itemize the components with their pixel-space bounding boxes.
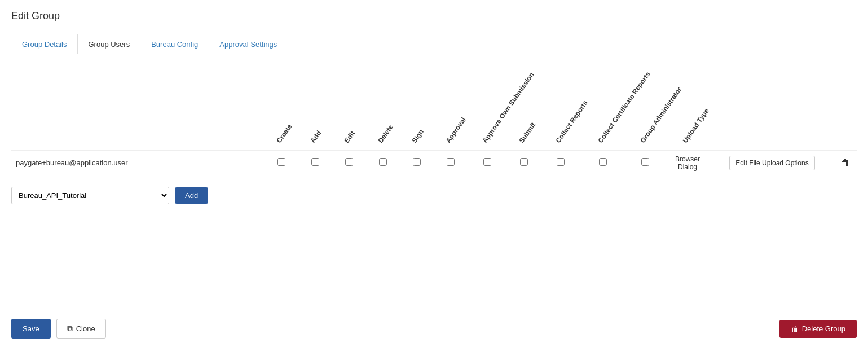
clone-icon: ⧉ xyxy=(67,324,73,333)
col-approve-own-header: Approve Own Submission xyxy=(468,65,507,150)
page-title: Edit Group xyxy=(11,10,857,22)
edit-upload-options-cell: Edit File Upload Options xyxy=(710,150,834,175)
checkbox-approval[interactable] xyxy=(434,150,468,175)
checkbox-delete[interactable] xyxy=(366,150,400,175)
collect-reports-checkbox[interactable] xyxy=(557,158,565,166)
checkbox-approve-own[interactable] xyxy=(468,150,507,175)
submit-checkbox[interactable] xyxy=(520,158,528,166)
edit-file-upload-button[interactable]: Edit File Upload Options xyxy=(729,156,814,170)
approve-own-checkbox[interactable] xyxy=(483,158,491,166)
add-user-row: Bureau_API_Tutorial Add xyxy=(11,187,857,204)
add-checkbox[interactable] xyxy=(311,158,319,166)
checkbox-submit[interactable] xyxy=(507,150,541,175)
sign-checkbox[interactable] xyxy=(413,158,421,166)
delete-checkbox[interactable] xyxy=(379,158,387,166)
checkbox-collect-reports[interactable] xyxy=(541,150,580,175)
checkbox-collect-cert[interactable] xyxy=(580,150,625,175)
tab-approval-settings[interactable]: Approval Settings xyxy=(209,34,288,54)
create-checkbox[interactable] xyxy=(277,158,285,166)
content-area: Create Add Edit Delete Sign Ap xyxy=(0,54,868,216)
table-container: Create Add Edit Delete Sign Ap xyxy=(11,65,857,175)
col-edit-header: Edit xyxy=(332,65,366,150)
delete-user-cell: 🗑 xyxy=(834,150,857,175)
col-delete-header: Delete xyxy=(366,65,400,150)
footer-left: Save ⧉ Clone xyxy=(11,319,106,339)
tab-bureau-config[interactable]: Bureau Config xyxy=(140,34,209,54)
checkbox-edit[interactable] xyxy=(332,150,366,175)
col-collect-cert-header: Collect Certificate Reports xyxy=(580,65,625,150)
checkbox-sign[interactable] xyxy=(400,150,434,175)
add-user-button[interactable]: Add xyxy=(175,187,208,204)
tab-group-users[interactable]: Group Users xyxy=(77,34,140,54)
col-submit-header: Submit xyxy=(507,65,541,150)
clone-button[interactable]: ⧉ Clone xyxy=(56,319,106,339)
col-actions-header xyxy=(710,65,834,150)
clone-label: Clone xyxy=(76,324,95,333)
edit-checkbox[interactable] xyxy=(345,158,353,166)
approval-checkbox[interactable] xyxy=(447,158,455,166)
users-table: Create Add Edit Delete Sign Ap xyxy=(11,65,857,175)
upload-type-value: Browser Dialog xyxy=(665,150,710,175)
delete-group-label: Delete Group xyxy=(802,324,845,333)
checkbox-group-admin[interactable] xyxy=(625,150,665,175)
col-group-admin-header: Group Administrator xyxy=(625,65,665,150)
save-button[interactable]: Save xyxy=(11,319,51,339)
checkbox-create[interactable] xyxy=(265,150,298,175)
group-admin-checkbox[interactable] xyxy=(641,158,649,166)
col-add-header: Add xyxy=(298,65,332,150)
footer: Save ⧉ Clone 🗑 Delete Group xyxy=(0,310,868,347)
col-upload-type-header: Upload Type xyxy=(665,65,710,150)
col-collect-reports-header: Collect Reports xyxy=(541,65,580,150)
col-create-header: Create xyxy=(265,65,298,150)
user-email: paygate+bureau@application.user xyxy=(11,150,265,175)
delete-user-button[interactable]: 🗑 xyxy=(838,156,853,170)
delete-group-button[interactable]: 🗑 Delete Group xyxy=(779,320,857,338)
checkbox-add[interactable] xyxy=(298,150,332,175)
col-sign-header: Sign xyxy=(400,65,434,150)
user-select[interactable]: Bureau_API_Tutorial xyxy=(11,187,169,204)
tab-group-details[interactable]: Group Details xyxy=(11,34,77,54)
trash-icon: 🗑 xyxy=(841,158,850,168)
col-email-header xyxy=(11,65,265,150)
page-header: Edit Group xyxy=(0,0,868,28)
col-delete-header xyxy=(834,65,857,150)
delete-icon: 🗑 xyxy=(791,324,799,333)
table-row: paygate+bureau@application.user Browser … xyxy=(11,150,857,175)
tabs-container: Group Details Group Users Bureau Config … xyxy=(0,34,868,54)
table-header-row: Create Add Edit Delete Sign Ap xyxy=(11,65,857,150)
col-approval-header: Approval xyxy=(434,65,468,150)
collect-cert-checkbox[interactable] xyxy=(599,158,607,166)
